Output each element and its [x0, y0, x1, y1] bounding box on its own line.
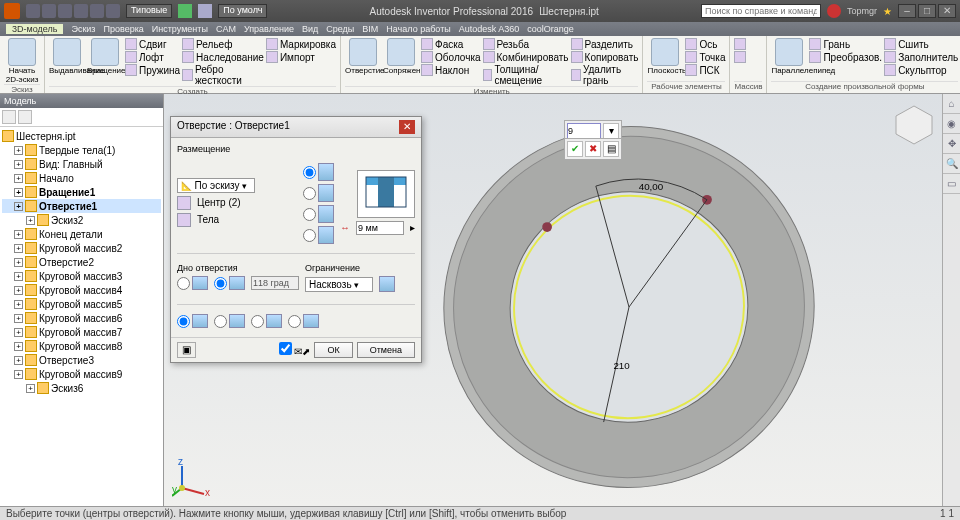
tab-cam[interactable]: CAM	[216, 24, 236, 34]
tab-manage[interactable]: Управление	[244, 24, 294, 34]
limit-mode-dropdown[interactable]: Насквозь ▾	[305, 277, 373, 292]
diameter-stepper-icon[interactable]: ▸	[410, 222, 415, 233]
tree-node[interactable]: +Круговой массив3	[2, 269, 161, 283]
qat-btn6-icon[interactable]	[106, 4, 120, 18]
cmd-sweep[interactable]: Сдвиг	[125, 38, 180, 50]
expand-icon[interactable]: +	[14, 160, 23, 169]
cmd-patch[interactable]: Заполнитель	[884, 51, 958, 63]
nav-orbit-icon[interactable]: ◉	[943, 114, 960, 134]
expand-icon[interactable]: +	[14, 244, 23, 253]
app-logo-icon[interactable]	[4, 3, 20, 19]
expand-icon[interactable]: +	[26, 216, 35, 225]
qat-open-icon[interactable]	[74, 4, 88, 18]
search-input[interactable]	[701, 4, 821, 18]
maximize-button[interactable]: □	[918, 4, 936, 18]
tab-environments[interactable]: Среды	[326, 24, 354, 34]
qat-save-icon[interactable]	[58, 4, 72, 18]
solids-icon[interactable]	[177, 213, 191, 227]
cmd-derive[interactable]: Наследование	[182, 51, 264, 63]
tree-node[interactable]: +Твердые тела(1)	[2, 143, 161, 157]
qat-btn5-icon[interactable]	[90, 4, 104, 18]
apply-icon[interactable]: ✔	[567, 141, 583, 157]
browser-find-icon[interactable]	[18, 110, 32, 124]
mini-dropdown-icon[interactable]: ▾	[603, 123, 619, 139]
tree-node[interactable]: +Круговой массив4	[2, 283, 161, 297]
nav-lookat-icon[interactable]: ▭	[943, 174, 960, 194]
thread-clearance[interactable]	[214, 314, 245, 328]
holetype-countersink[interactable]	[303, 226, 334, 244]
qat-style-dropdown[interactable]: Типовые	[126, 4, 172, 18]
cmd-delete-face[interactable]: Удалить грань	[571, 64, 639, 86]
expand-icon[interactable]: +	[14, 230, 23, 239]
cmd-import[interactable]: Импорт	[266, 51, 336, 63]
thread-none[interactable]	[177, 314, 208, 328]
tree-node[interactable]: +Круговой массив7	[2, 325, 161, 339]
viewport-3d[interactable]: 40,00 210 ▾ ✔ ✖ ▤ Отверстие : Отверстие1…	[164, 94, 960, 506]
expand-icon[interactable]: +	[14, 342, 23, 351]
tree-node[interactable]: +Вращение1	[2, 185, 161, 199]
holetype-spotface[interactable]	[303, 205, 334, 223]
cmd-shell[interactable]: Оболочка	[421, 51, 481, 63]
cmd-face[interactable]: Грань	[809, 38, 882, 50]
expand-icon[interactable]: +	[14, 286, 23, 295]
cmd-loft[interactable]: Лофт	[125, 51, 180, 63]
cmd-split[interactable]: Разделить	[571, 38, 639, 50]
tree-node[interactable]: +Начало	[2, 171, 161, 185]
cmd-thread[interactable]: Резьба	[483, 38, 569, 50]
expand-icon[interactable]: +	[14, 188, 23, 197]
tree-node[interactable]: +Круговой массив6	[2, 311, 161, 325]
ok-button[interactable]: ОК	[314, 342, 352, 358]
cmd-circ-pattern[interactable]	[734, 51, 746, 63]
tree-node[interactable]: +Круговой массив8	[2, 339, 161, 353]
expand-icon[interactable]: +	[14, 370, 23, 379]
holetype-counterbore[interactable]	[303, 184, 334, 202]
cmd-decal[interactable]: Маркировка	[266, 38, 336, 50]
qat-material-dropdown[interactable]: По умолч	[218, 4, 267, 18]
close-button[interactable]: ✕	[938, 4, 956, 18]
tree-node[interactable]: +Эскиз6	[2, 381, 161, 395]
tab-bim[interactable]: BIM	[362, 24, 378, 34]
cmd-convert[interactable]: Преобразов.	[809, 51, 882, 63]
cmd-axis[interactable]: Ось	[685, 38, 725, 50]
qat-undo-icon[interactable]	[26, 4, 40, 18]
gear-part[interactable]: 40,00 210	[434, 112, 824, 502]
mini-dim-input[interactable]	[567, 123, 601, 139]
viewcube[interactable]	[890, 100, 938, 148]
model-tree[interactable]: Шестерня.ipt +Твердые тела(1)+Вид: Главн…	[0, 127, 163, 506]
cmd-combine[interactable]: Комбинировать	[483, 51, 569, 63]
tree-node[interactable]: +Круговой массив5	[2, 297, 161, 311]
expand-icon[interactable]: +	[14, 146, 23, 155]
cmd-thicken[interactable]: Толщина/ смещение	[483, 64, 569, 86]
cmd-ucs[interactable]: ПСК	[685, 64, 725, 76]
placement-mode-dropdown[interactable]: 📐 По эскизу ▾	[177, 178, 255, 193]
cmd-extrude[interactable]: Выдавливание	[49, 38, 85, 86]
cmd-copy-obj[interactable]: Копировать	[571, 51, 639, 63]
user-label[interactable]: Topmgr	[847, 6, 877, 16]
cmd-plane[interactable]: Плоскость	[647, 38, 683, 76]
expand-icon[interactable]: +	[14, 258, 23, 267]
direction-icon[interactable]	[379, 276, 395, 292]
qat-icon-b[interactable]	[198, 4, 212, 18]
tree-root[interactable]: Шестерня.ipt	[2, 129, 161, 143]
dialog-expand-icon[interactable]: ▣	[177, 342, 196, 358]
tree-node[interactable]: +Эскиз2	[2, 213, 161, 227]
expand-icon[interactable]: +	[14, 272, 23, 281]
qat-icon-a[interactable]	[178, 4, 192, 18]
nav-zoom-icon[interactable]: 🔍	[943, 154, 960, 174]
dialog-close-button[interactable]: ✕	[399, 120, 415, 134]
thread-taper[interactable]	[288, 314, 319, 328]
tab-getstarted[interactable]: Начало работы	[386, 24, 450, 34]
expand-icon[interactable]: +	[14, 356, 23, 365]
expand-icon[interactable]: +	[14, 300, 23, 309]
expand-icon[interactable]: +	[14, 328, 23, 337]
dialog-titlebar[interactable]: Отверстие : Отверстие1 ✕	[171, 117, 421, 138]
hole-center-2[interactable]	[542, 222, 552, 232]
cmd-emboss[interactable]: Рельеф	[182, 38, 264, 50]
tab-tools[interactable]: Инструменты	[152, 24, 208, 34]
holetype-simple[interactable]	[303, 163, 334, 181]
nav-home-icon[interactable]: ⌂	[943, 94, 960, 114]
cmd-chamfer[interactable]: Фаска	[421, 38, 481, 50]
tree-node[interactable]: +Отверстие1	[2, 199, 161, 213]
expand-icon[interactable]: +	[26, 384, 35, 393]
cmd-sculpt[interactable]: Скульптор	[884, 64, 958, 76]
